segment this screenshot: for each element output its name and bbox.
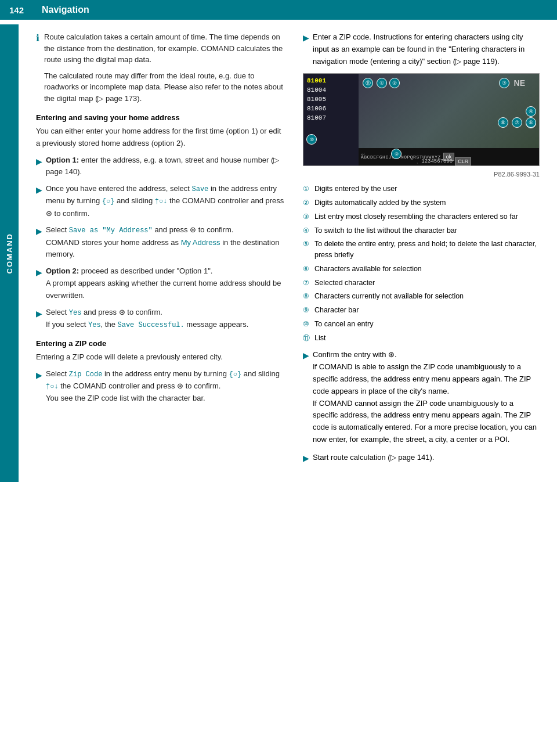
arrow-icon: ▶ [303,349,309,445]
sidebar: COMAND [0,24,19,482]
page-number: 142 [9,5,32,15]
arrow-icon: ▶ [36,307,42,331]
arrow-icon: ▶ [36,369,42,405]
bullet-confirm-entry: ▶ Confirm the entry with ⊛. If COMAND is… [303,349,540,445]
legend-text-10: To cancel an entry [314,319,373,330]
arrow-icon: ▶ [36,225,42,261]
legend-num-4: ④ [303,225,311,236]
legend-text-7: Selected character [314,278,375,289]
circle-2: ② [389,77,400,89]
arrow-icon: ▶ [303,452,309,465]
circle-10: ⑩ [306,134,317,145]
legend-list: ① Digits entered by the user ② Digits au… [303,183,540,343]
num-row: 1234567890 [421,159,453,164]
legend-item-2: ② Digits automatically added by the syst… [303,197,540,208]
bullet-option2: ▶ Option 2: proceed as described under "… [36,265,285,301]
circle-9: ⑨ [390,148,402,160]
legend-text-5: To delete the entire entry, press and ho… [314,239,540,261]
confirm-entry-text: Confirm the entry with ⊛. If COMAND is a… [313,349,540,445]
arrow-icon: ▶ [36,155,42,179]
comma-indicator: , [417,159,418,164]
enter-zip-text: Enter a ZIP code. Instructions for enter… [313,31,540,67]
section1-body: You can either enter your home address f… [36,125,285,150]
legend-text-1: Digits entered by the user [314,183,397,195]
arrow-icon: ▶ [36,183,42,219]
circle-11: ⑪ [362,77,374,89]
legend-num-9: ⑨ [303,305,311,316]
legend-num-3: ③ [303,211,311,222]
page-wrapper: 142 Navigation COMAND ℹ Route calculatio… [0,0,557,482]
legend-item-6: ⑥ Characters available for selection [303,264,540,275]
bullet-yes-text: Select Yes and press ⊛ to confirm.If you… [46,307,248,331]
arrow-icon: ▶ [303,31,309,67]
bullet-select-save: ▶ Once you have entered the address, sel… [36,183,285,219]
legend-text-9: Character bar [314,305,359,316]
char-bar: ↵ ABCDEFGHIJKLMNOPQRSTUVWXYZ ok , 123456… [359,148,539,165]
section1-heading: Entering and saving your home address [36,113,285,122]
info-block: ℹ Route calculation takes a certain amou… [36,31,285,104]
legend-num-8: ⑧ [303,291,311,302]
legend-item-11: ⑪ List [303,333,540,344]
bullet-enter-zip: ▶ Enter a ZIP code. Instructions for ent… [303,31,540,67]
legend-item-5: ⑤ To delete the entire entry, press and … [303,239,540,261]
main-content: ℹ Route calculation takes a certain amou… [19,20,557,482]
page-header: 142 Navigation [0,0,557,20]
zip-item-3: 81005 [307,95,355,104]
circle-1: ① [376,77,388,89]
nav-map-area: NE ⑪ ① ② ③ [359,74,539,148]
info-icon: ℹ [36,33,39,104]
info-para-1: Route calculation takes a certain amount… [44,31,285,66]
zip-item-1: 81001 [307,76,355,85]
legend-num-5: ⑤ [303,239,311,261]
nav-screen: 81001 81004 81005 81006 81007 NE ⑪ [303,74,539,165]
legend-num-2: ② [303,197,311,208]
legend-num-1: ① [303,183,311,195]
bullet-zip-select: ▶ Select Zip Code in the address entry m… [36,368,285,405]
chapter-title: Navigation [42,5,89,15]
legend-text-4: To switch to the list without the charac… [314,225,457,236]
legend-num-10: ⑩ [303,319,311,330]
circle-6: ⑥ [525,117,537,128]
bullet-zip-text: Select Zip Code in the address entry men… [46,368,285,405]
zip-item-2: 81004 [307,85,355,95]
legend-num-7: ⑦ [303,278,311,289]
legend-item-3: ③ List entry most closely resembling the… [303,211,540,222]
circle-8: ⑧ [497,117,509,128]
legend-item-9: ⑨ Character bar [303,305,540,316]
bullet-select-yes: ▶ Select Yes and press ⊛ to confirm.If y… [36,307,285,331]
right-column: ▶ Enter a ZIP code. Instructions for ent… [303,31,540,470]
arrow-icon: ▶ [36,266,42,301]
legend-item-1: ① Digits entered by the user [303,183,540,195]
legend-num-6: ⑥ [303,264,311,275]
clr-button: CLR [455,157,471,165]
legend-text-3: List entry most closely resembling the c… [314,211,518,222]
bullet-save-as: ▶ Select Save as "My Address" and press … [36,224,285,261]
figure-caption: P82.86-9993-31 [303,171,540,178]
zip-item-4: 81006 [307,104,355,113]
navigation-screen-image: 81001 81004 81005 81006 81007 NE ⑪ [303,73,540,166]
bullet-start-route: ▶ Start route calculation (▷ page 141). [303,452,540,465]
bullet-option1-text: Option 1: enter the address, e.g. a town… [46,154,285,179]
bullet-option2-text: Option 2: proceed as described under "Op… [46,265,285,301]
section2-heading: Entering a ZIP code [36,339,285,348]
left-column: ℹ Route calculation takes a certain amou… [36,31,285,470]
info-text-block: Route calculation takes a certain amount… [44,31,285,104]
legend-item-4: ④ To switch to the list without the char… [303,225,540,236]
zip-list-panel: 81001 81004 81005 81006 81007 [303,74,359,165]
zip-item-5: 81007 [307,113,355,123]
legend-text-2: Digits automatically added by the system [314,197,446,208]
bullet-save-text: Once you have entered the address, selec… [46,183,285,219]
start-route-text: Start route calculation (▷ page 141). [313,452,434,465]
legend-item-8: ⑧ Characters currently not available for… [303,291,540,302]
info-para-2: The calculated route may differ from the… [44,70,285,105]
section2-body: Entering a ZIP code will delete a previo… [36,351,285,363]
circle-4: ④ [525,106,537,117]
direction-label: NE [514,78,525,88]
legend-num-11: ⑪ [303,333,311,344]
back-arrow-icon: ↵ [361,152,366,157]
circle-7: ⑦ [511,117,523,128]
circle-3: ③ [498,77,510,89]
legend-text-6: Characters available for selection [314,264,422,275]
sidebar-label: COMAND [5,233,14,274]
bullet-option1: ▶ Option 1: enter the address, e.g. a to… [36,154,285,179]
